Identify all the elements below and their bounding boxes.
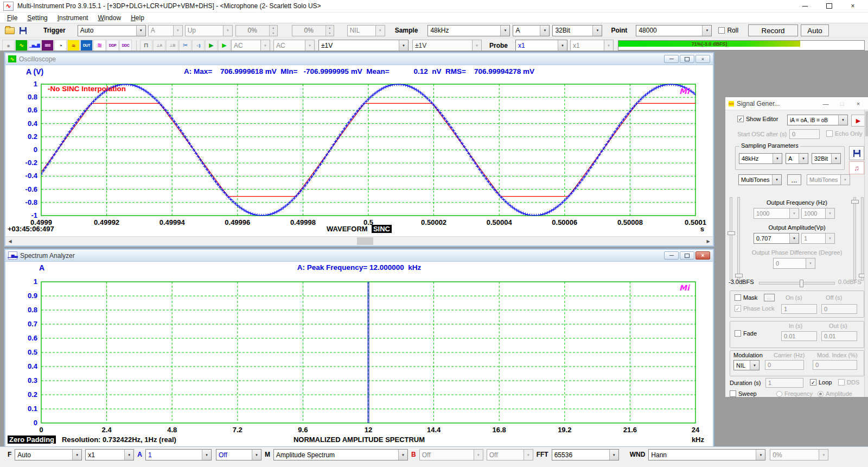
loop-checkbox[interactable]: Loop bbox=[810, 379, 832, 386]
menu-help[interactable]: Help bbox=[126, 14, 149, 22]
sweep-amplitude-radio[interactable]: Amplitude bbox=[818, 390, 852, 397]
menu-file[interactable]: File bbox=[2, 14, 22, 22]
right-slider-a[interactable] bbox=[853, 197, 856, 281]
left-slider-b[interactable] bbox=[737, 197, 740, 281]
sweep-checkbox[interactable]: Sweep bbox=[730, 390, 757, 397]
trigger-marker-a-icon[interactable]: ⊥A bbox=[153, 40, 165, 52]
sg-music-note-icon[interactable]: ♫ bbox=[849, 161, 864, 174]
trigger-mode-select[interactable]: Auto▼ bbox=[78, 25, 146, 36]
echo-only-checkbox[interactable]: Echo Only bbox=[826, 130, 863, 137]
spectrum-minimize-button[interactable] bbox=[664, 251, 679, 260]
sg-rate-select[interactable]: 48kHz▼ bbox=[739, 153, 782, 164]
routing-select[interactable]: iA = oA, iB = oB▼ bbox=[787, 115, 848, 125]
spectrum-maximize-button[interactable] bbox=[680, 251, 694, 260]
oscilloscope-icon[interactable]: ∿ bbox=[15, 40, 28, 52]
signal-generator-titlebar[interactable]: ≈≈ Signal Gener... — □ × bbox=[725, 97, 868, 110]
sound-device-icon[interactable]: ◁) bbox=[192, 40, 205, 52]
dbfs-slider[interactable] bbox=[759, 282, 835, 285]
sound-card-calibration-icon[interactable]: ✂ bbox=[179, 40, 192, 52]
mask-more-button[interactable]: ... bbox=[764, 294, 775, 301]
roll-checkbox[interactable]: Roll bbox=[718, 27, 738, 34]
mask-off-input[interactable]: 0 bbox=[821, 304, 857, 314]
waveform-more-button[interactable]: ... bbox=[787, 174, 801, 185]
input-device-icon[interactable]: ⊓ bbox=[140, 40, 152, 52]
sampling-channel-select[interactable]: A▼ bbox=[513, 25, 550, 36]
fade-in-input[interactable]: 0.01 bbox=[781, 331, 817, 341]
close-button[interactable]: × bbox=[841, 1, 865, 12]
fft-size-select[interactable]: 65536▼ bbox=[552, 449, 619, 460]
start-osc-input[interactable]: 0 bbox=[789, 129, 820, 139]
sg-bits-select[interactable]: 32Bit▼ bbox=[812, 153, 841, 164]
trigger-source-select[interactable]: A▼ bbox=[148, 25, 183, 36]
scroll-left-icon[interactable]: ◀ bbox=[6, 237, 14, 245]
oscilloscope-close-button[interactable]: × bbox=[695, 55, 710, 63]
minimize-button[interactable] bbox=[793, 1, 817, 12]
b-range-select[interactable]: Off▼ bbox=[419, 449, 483, 460]
frequency-multiplier-select[interactable]: x1▼ bbox=[85, 449, 134, 460]
spectrum-3d-plot-icon[interactable]: ◔ bbox=[54, 40, 67, 52]
phase-select[interactable]: 0▼ bbox=[773, 258, 815, 269]
record-length-select[interactable]: 48000▼ bbox=[636, 25, 712, 36]
trigger-delay-spinner[interactable]: 0% ▲▼ bbox=[292, 25, 334, 36]
record-button[interactable]: Record bbox=[748, 24, 798, 36]
menu-window[interactable]: Window bbox=[93, 14, 126, 22]
coupling-a-select[interactable]: AC▼ bbox=[231, 40, 270, 51]
amplitude-a-select[interactable]: 0.707▼ bbox=[754, 233, 799, 244]
probe-b-select[interactable]: x1▼ bbox=[570, 40, 614, 51]
sinc-badge[interactable]: SINC bbox=[372, 225, 392, 233]
oscilloscope-minimize-button[interactable] bbox=[664, 55, 679, 63]
dds-checkbox[interactable]: DDS bbox=[838, 379, 859, 386]
frequency-b-select[interactable]: 1000▼ bbox=[801, 208, 835, 219]
trigger-edge-select[interactable]: Up▼ bbox=[185, 25, 233, 36]
multimeter-icon[interactable]: 888 bbox=[41, 40, 54, 52]
range-b-select[interactable]: ±1V▼ bbox=[412, 40, 482, 51]
duration-input[interactable]: 1 bbox=[765, 378, 803, 388]
frequency-a-select[interactable]: 1000▼ bbox=[754, 208, 799, 219]
scroll-right-icon[interactable]: ▶ bbox=[704, 237, 712, 245]
signal-generator-scrollbar[interactable] bbox=[864, 110, 868, 397]
sg-channel-select[interactable]: A▼ bbox=[786, 153, 808, 164]
spectrum-analyzer-icon[interactable]: ▁▅▃▇ bbox=[28, 40, 41, 52]
left-slider-a[interactable] bbox=[730, 197, 732, 281]
signal-generator-icon[interactable]: ≈ bbox=[67, 40, 80, 52]
open-file-icon[interactable] bbox=[3, 27, 16, 34]
frequency-axis-select[interactable]: Auto▼ bbox=[15, 449, 82, 460]
scroll-thumb[interactable] bbox=[357, 237, 373, 245]
window-function-select[interactable]: Hann▼ bbox=[648, 449, 765, 460]
signal-generator-minimize-button[interactable]: — bbox=[819, 99, 833, 109]
oscilloscope-hscrollbar[interactable]: ◀ ▶ bbox=[5, 236, 713, 245]
signal-generator-close-button[interactable]: × bbox=[851, 99, 865, 109]
save-file-icon[interactable] bbox=[16, 27, 29, 34]
trigger-level-spinner[interactable]: 0% ▲▼ bbox=[235, 25, 278, 36]
waveform-a-select[interactable]: MultiTones▼ bbox=[738, 174, 782, 185]
sweep-frequency-radio[interactable]: Frequency bbox=[776, 390, 813, 397]
carrier-input[interactable]: 0 bbox=[765, 360, 804, 370]
amplitude-b-select[interactable]: 1▼ bbox=[801, 233, 835, 244]
oscilloscope-titlebar[interactable]: ∿ Oscilloscope × bbox=[5, 53, 713, 65]
record-icon[interactable]: ● bbox=[2, 40, 15, 52]
b-reference-select[interactable]: Off▼ bbox=[487, 449, 533, 460]
device-test-plan-icon[interactable]: DUT bbox=[80, 40, 93, 52]
ddp-viewer-icon[interactable]: DDP bbox=[106, 40, 119, 52]
menu-setting[interactable]: Setting bbox=[22, 14, 52, 22]
spectrum-close-button[interactable]: × bbox=[695, 251, 710, 260]
trigger-marker-b-icon[interactable]: ⊥B bbox=[166, 40, 178, 52]
spectrum-titlebar[interactable]: ▁▅▃ Spectrum Analyzer × bbox=[5, 250, 713, 262]
ddc-array-icon[interactable]: DDC bbox=[119, 40, 132, 52]
range-a-select[interactable]: ±1V▼ bbox=[318, 40, 409, 51]
run-icon[interactable]: ▶ bbox=[205, 40, 218, 52]
waveform-b-select[interactable]: MultiTones▼ bbox=[807, 174, 850, 185]
bit-depth-select[interactable]: 32Bit▼ bbox=[552, 25, 602, 36]
mask-checkbox[interactable]: Mask bbox=[735, 294, 757, 301]
mod-index-input[interactable]: 0 bbox=[813, 360, 857, 370]
coupling-b-select[interactable]: AC▼ bbox=[273, 40, 315, 51]
mask-on-input[interactable]: 1 bbox=[781, 304, 817, 314]
show-editor-checkbox[interactable]: Show Editor bbox=[737, 116, 778, 122]
frequency-rejection-select[interactable]: NIL▼ bbox=[347, 25, 385, 36]
menu-instrument[interactable]: Instrument bbox=[53, 14, 93, 22]
oscilloscope-maximize-button[interactable] bbox=[680, 55, 694, 63]
right-slider-b[interactable] bbox=[861, 197, 864, 281]
signal-generator-run-button[interactable]: ▶ bbox=[851, 115, 865, 127]
maximize-button[interactable] bbox=[817, 1, 841, 12]
overlap-select[interactable]: 0%▼ bbox=[770, 449, 828, 460]
